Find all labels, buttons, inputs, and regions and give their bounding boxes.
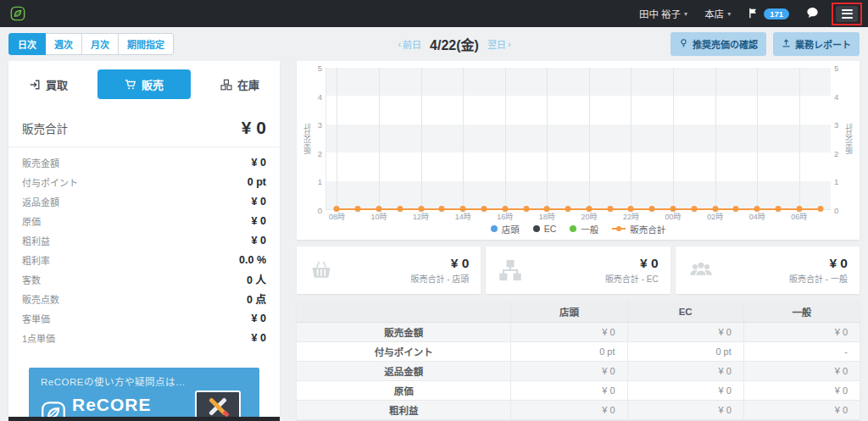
column-header: 店頭 — [510, 301, 626, 322]
summary-row: 客数0 人 — [22, 269, 266, 289]
data-point[interactable] — [712, 206, 718, 212]
summary-row-label: 原価 — [22, 214, 41, 228]
chevron-left-icon: ‹ — [398, 39, 401, 49]
x-tick-label: 18時 — [539, 211, 555, 222]
data-point[interactable] — [523, 206, 529, 212]
summary-row-value: ¥ 0 — [252, 196, 266, 208]
data-point[interactable] — [502, 206, 508, 212]
summary-row-value: 0 人 — [247, 271, 266, 287]
summary-row-value: ¥ 0 — [252, 235, 266, 247]
data-point[interactable] — [733, 206, 739, 212]
data-point[interactable] — [418, 206, 424, 212]
cell-value: ¥ 0 — [627, 362, 743, 380]
data-point[interactable] — [544, 206, 550, 212]
period-tab-weekly[interactable]: 週次 — [45, 33, 82, 55]
y-tick-label: 3 — [834, 120, 838, 130]
stat-card-sitemap: ¥ 0販売合計 - EC — [486, 247, 670, 294]
help-banner[interactable]: ReCOREの使い方や疑問点は… ReCORE ヘルプサイト — [29, 368, 259, 421]
data-point[interactable] — [334, 206, 340, 212]
period-tab-monthly[interactable]: 月次 — [81, 33, 119, 55]
chart-gridline — [799, 68, 800, 209]
menu-button[interactable] — [836, 6, 858, 22]
chat-bubble-icon — [806, 7, 819, 20]
column-header: 一般 — [743, 301, 860, 322]
period-tab-range[interactable]: 期間指定 — [118, 33, 174, 55]
banner-text: ReCOREの使い方や疑問点は… — [41, 374, 251, 388]
chart-gridline — [673, 68, 674, 209]
report-button[interactable]: 業務レポート — [773, 32, 860, 56]
chart-gridline — [715, 68, 716, 209]
prev-day-link[interactable]: ‹ 前日 — [398, 37, 421, 51]
chevron-right-icon: › — [508, 39, 511, 49]
y-tick-label: 4 — [318, 91, 322, 101]
data-point[interactable] — [355, 206, 361, 212]
header-actions: 推奨売価の確認 業務レポート — [670, 32, 860, 56]
y-tick-label: 5 — [834, 64, 838, 73]
summary-row-label: 販売点数 — [22, 292, 59, 306]
legend-label: 店頭 — [502, 223, 520, 235]
summary-row-value: ¥ 0 — [252, 157, 266, 169]
hamburger-icon — [842, 9, 853, 11]
notifications-button[interactable]: 171 — [748, 8, 789, 20]
legend-item-店頭[interactable]: 店頭 — [491, 223, 520, 235]
x-tick-label: 20時 — [581, 211, 597, 222]
stat-card-label: 販売合計 - EC — [605, 272, 659, 285]
next-day-link[interactable]: 翌日 › — [487, 37, 511, 51]
data-point[interactable] — [397, 206, 403, 212]
tab-purchase[interactable]: 買取 — [29, 76, 68, 92]
cell-value: ¥ 0 — [627, 323, 743, 341]
cell-value: ¥ 0 — [510, 381, 626, 400]
summary-row: 販売金額¥ 0 — [22, 152, 266, 172]
data-point[interactable] — [817, 206, 823, 212]
x-tick-label: 04時 — [749, 211, 765, 222]
upload-icon — [782, 38, 791, 50]
stat-card-value: ¥ 0 — [789, 256, 848, 271]
summary-row-label: 付与ポイント — [22, 175, 78, 189]
summary-row: 客単価¥ 0 — [22, 308, 266, 328]
data-point[interactable] — [628, 206, 634, 212]
recommended-price-button[interactable]: 推奨売価の確認 — [670, 32, 766, 56]
plot-area: 08時10時12時14時16時18時20時22時00時02時04時06時 — [326, 68, 831, 210]
recore-logo-icon[interactable] — [10, 6, 25, 21]
y-axis-left: 販売合計 012345 — [302, 68, 326, 210]
data-point[interactable] — [607, 206, 613, 212]
y-tick-label: 1 — [834, 177, 838, 186]
data-point[interactable] — [481, 206, 487, 212]
stat-card-text: ¥ 0販売合計 - 一般 — [789, 256, 848, 285]
data-point[interactable] — [796, 206, 802, 212]
chat-button[interactable] — [806, 7, 819, 20]
data-point[interactable] — [376, 206, 381, 212]
next-banner-edge — [8, 417, 280, 421]
legend-item-一般[interactable]: 一般 — [570, 223, 598, 235]
user-menu[interactable]: 田中 裕子 ▾ — [639, 7, 687, 20]
cell-value: 0 pt — [510, 342, 626, 361]
period-tab-daily[interactable]: 日次 — [8, 33, 46, 55]
data-point[interactable] — [649, 206, 655, 212]
store-name: 本店 — [704, 7, 724, 20]
data-point[interactable] — [586, 206, 592, 212]
data-point[interactable] — [439, 206, 445, 212]
tab-sales[interactable]: 販売 — [97, 69, 191, 99]
summary-row-label: 粗利率 — [22, 253, 50, 267]
y-tick-label: 1 — [318, 177, 322, 186]
legend-circle-marker — [533, 225, 540, 232]
stat-card-label: 販売合計 - 店頭 — [410, 272, 469, 285]
summary-row-label: 1点単価 — [22, 331, 55, 345]
y-axis-right: 012345 販売合計 — [831, 68, 854, 210]
legend-item-EC[interactable]: EC — [533, 224, 557, 234]
x-tick-label: 06時 — [791, 211, 807, 222]
data-point[interactable] — [691, 206, 697, 212]
y-tick-label: 2 — [318, 148, 322, 158]
data-point[interactable] — [565, 206, 571, 212]
cell-value: ¥ 0 — [510, 362, 626, 380]
summary-rows: 販売金額¥ 0付与ポイント0 pt返品金額¥ 0原価¥ 0粗利益¥ 0粗利率0.… — [8, 147, 280, 347]
legend-item-販売合計[interactable]: 販売合計 — [612, 223, 665, 235]
data-point[interactable] — [776, 206, 782, 212]
data-point[interactable] — [460, 206, 466, 212]
table-row: 粗利益¥ 0¥ 0¥ 0 — [297, 401, 860, 420]
data-point[interactable] — [754, 206, 760, 212]
users-icon — [687, 258, 715, 282]
store-menu[interactable]: 本店 ▾ — [704, 7, 731, 20]
tab-stock[interactable]: 在庫 — [220, 76, 259, 92]
data-point[interactable] — [670, 206, 676, 212]
